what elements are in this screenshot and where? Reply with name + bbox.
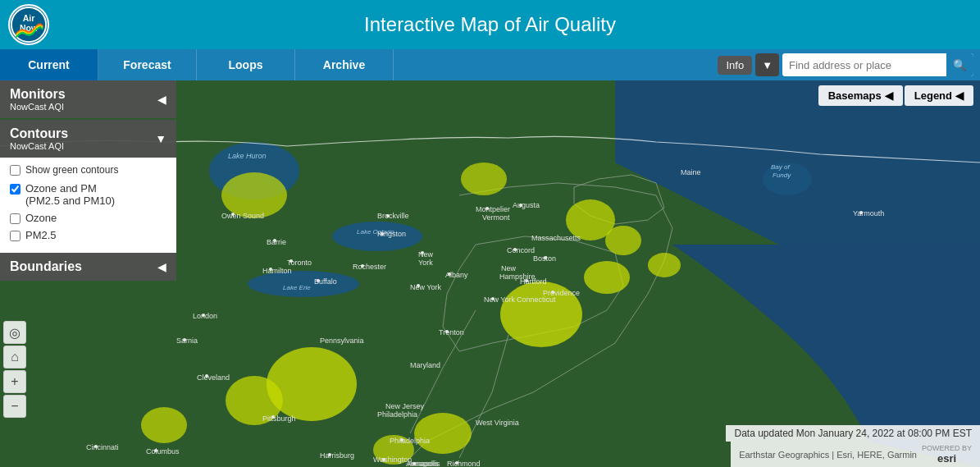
map-top-right: Basemaps ◀ Legend ◀	[812, 80, 980, 111]
home-button[interactable]: ⌂	[3, 346, 26, 369]
svg-point-38	[317, 279, 320, 282]
locate-button[interactable]: ◎	[3, 321, 26, 344]
svg-point-42	[386, 214, 390, 217]
svg-text:Cleveland: Cleveland	[197, 373, 230, 382]
search-button[interactable]: 🔍	[946, 53, 973, 76]
tab-forecast[interactable]: Forecast	[98, 49, 197, 80]
svg-point-103	[94, 445, 98, 448]
svg-point-78	[485, 207, 489, 210]
svg-point-59	[417, 284, 420, 287]
svg-text:Lake Huron: Lake Huron	[228, 152, 267, 160]
svg-point-83	[544, 256, 547, 259]
svg-text:Pennsylvania: Pennsylvania	[320, 337, 364, 345]
svg-point-112	[859, 211, 863, 214]
contours-collapse-icon: ▼	[155, 132, 166, 145]
svg-text:New Jersey: New Jersey	[385, 402, 425, 410]
svg-text:Montpelier: Montpelier	[476, 205, 510, 213]
attribution-text: Earthstar Geographics | Esri, HERE, Garm…	[739, 450, 917, 460]
boundaries-header[interactable]: Boundaries ◀	[0, 253, 176, 281]
boundaries-collapse-icon: ◀	[157, 260, 166, 273]
esri-logo-text: esri	[937, 452, 956, 465]
dropdown-arrow-button[interactable]: ▼	[755, 53, 779, 76]
svg-point-52	[271, 415, 275, 419]
layer-ozone-pm-row: Ozone and PM(PM2.5 and PM10)	[10, 182, 166, 207]
svg-text:Harrisburg: Harrisburg	[320, 451, 354, 460]
tab-loops[interactable]: Loops	[197, 49, 295, 80]
svg-point-40	[361, 264, 364, 268]
svg-text:Fundy: Fundy	[773, 172, 791, 179]
svg-text:Yarmouth: Yarmouth	[853, 209, 884, 217]
boundaries-header-text: Boundaries	[10, 259, 82, 274]
layer-ozone-row: Ozone	[10, 212, 166, 224]
svg-text:Hampshire: Hampshire	[499, 272, 536, 281]
bottom-bar: Data updated Mon January 24, 2022 at 08:…	[726, 425, 980, 467]
esri-attribution: Earthstar Geographics | Esri, HERE, Garm…	[731, 442, 980, 467]
zoom-out-button[interactable]: −	[3, 395, 26, 418]
legend-label: Legend	[914, 89, 952, 102]
svg-text:Air: Air	[23, 13, 35, 23]
app-header: Air Now Interactive Map of Air Quality	[0, 0, 980, 49]
svg-point-32	[273, 239, 276, 242]
svg-point-56	[400, 438, 403, 442]
nav-right-controls: Info ▼ 🔍	[718, 49, 980, 80]
svg-point-21	[605, 226, 641, 255]
svg-text:Barrie: Barrie	[267, 238, 286, 246]
svg-text:Massachusetts: Massachusetts	[531, 234, 581, 242]
tab-current[interactable]: Current	[0, 49, 98, 80]
legend-button[interactable]: Legend ◀	[905, 85, 973, 106]
svg-point-80	[519, 204, 522, 207]
svg-text:Trenton: Trenton	[439, 328, 464, 337]
ozone-pm-checkbox[interactable]	[10, 184, 21, 195]
legend-arrow-icon: ◀	[955, 89, 964, 102]
svg-point-36	[289, 259, 293, 263]
contours-title: Contours	[10, 126, 68, 141]
svg-point-87	[551, 291, 554, 294]
svg-point-105	[154, 449, 157, 452]
svg-text:New: New	[501, 264, 517, 272]
svg-text:Lake Erie: Lake Erie	[283, 284, 311, 291]
svg-text:London: London	[193, 312, 217, 320]
svg-text:Richmond: Richmond	[447, 460, 481, 467]
page-title: Interactive Map of Air Quality	[364, 13, 616, 36]
logo-icon: Air Now	[8, 4, 49, 45]
navigation-bar: Current Forecast Loops Archive Info ▼ 🔍	[0, 49, 980, 80]
monitors-header[interactable]: Monitors NowCast AQI ◀	[0, 80, 176, 118]
svg-text:New: New	[418, 250, 434, 259]
search-input[interactable]	[782, 53, 946, 76]
info-button[interactable]: Info	[718, 56, 752, 75]
zoom-in-button[interactable]: +	[3, 370, 26, 393]
svg-point-46	[202, 314, 205, 317]
tab-archive[interactable]: Archive	[295, 49, 394, 80]
show-green-checkbox[interactable]	[10, 165, 21, 176]
svg-text:Philadelphia: Philadelphia	[377, 410, 417, 419]
svg-point-30	[231, 213, 235, 216]
svg-text:Hamilton: Hamilton	[262, 267, 292, 275]
svg-text:Owen Sound: Owen Sound	[221, 212, 264, 220]
svg-point-110	[455, 461, 458, 465]
svg-point-68	[445, 330, 449, 333]
svg-text:Connecticut: Connecticut	[517, 295, 556, 304]
svg-text:Maine: Maine	[681, 168, 701, 176]
boundaries-title: Boundaries	[10, 259, 82, 274]
basemaps-button[interactable]: Basemaps ◀	[818, 85, 903, 106]
svg-point-28	[141, 407, 187, 443]
svg-point-61	[448, 272, 451, 276]
svg-point-66	[491, 297, 495, 300]
contours-inner: Show green contours Ozone and PM(PM2.5 a…	[0, 158, 176, 253]
svg-point-34	[269, 268, 272, 271]
contours-section: Contours NowCast AQI ▼ Show green contou…	[0, 120, 176, 253]
svg-text:New York: New York	[484, 295, 516, 304]
pm25-checkbox[interactable]	[10, 231, 21, 241]
svg-point-48	[183, 338, 186, 341]
ozone-checkbox[interactable]	[10, 213, 21, 224]
data-updated-text: Data updated Mon January 24, 2022 at 08:…	[726, 425, 980, 442]
contours-header[interactable]: Contours NowCast AQI ▼	[0, 120, 176, 158]
svg-point-71	[382, 458, 385, 461]
svg-text:West Virginia: West Virginia	[476, 419, 519, 427]
svg-text:Philadelphia: Philadelphia	[390, 437, 430, 445]
svg-point-22	[584, 261, 630, 294]
ozone-label: Ozone	[25, 212, 57, 224]
map-area[interactable]: Lake Huron Lake Ontario Lake Erie Bay of…	[0, 80, 980, 467]
svg-text:New York: New York	[410, 283, 442, 291]
boundaries-section: Boundaries ◀	[0, 253, 176, 281]
